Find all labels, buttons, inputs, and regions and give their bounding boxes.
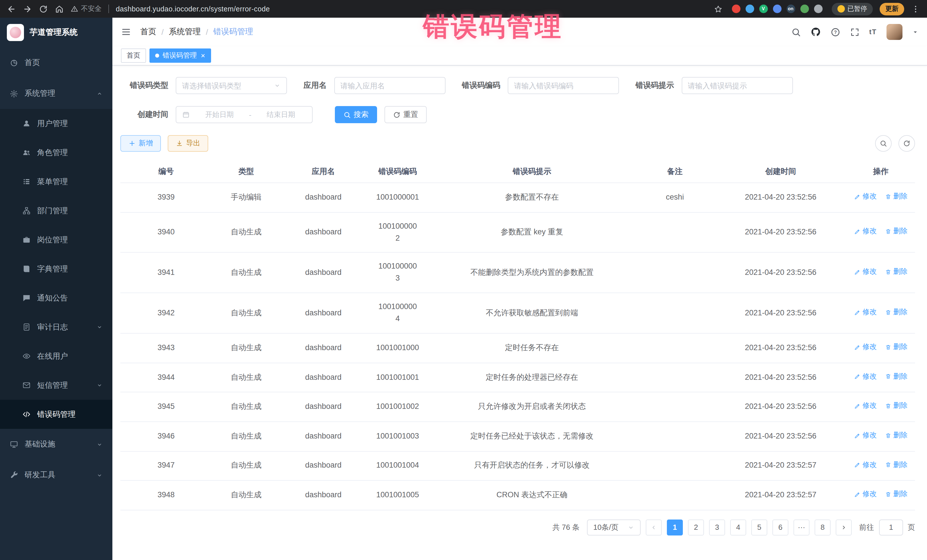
sidebar-item[interactable]: 短信管理 xyxy=(0,371,112,400)
tab-首页[interactable]: 首页 xyxy=(121,49,146,63)
font-size-icon[interactable]: tT xyxy=(869,28,877,36)
sidebar-item[interactable]: 研发工具 xyxy=(0,460,112,490)
delete-link[interactable]: 删除 xyxy=(885,341,907,353)
app-name-input[interactable] xyxy=(340,81,439,90)
sidebar-item[interactable]: 错误码管理 xyxy=(0,400,112,429)
url-text[interactable]: dashboard.yudao.iocoder.cn/system/error-… xyxy=(116,5,707,13)
cell-app: dashboard xyxy=(280,480,366,510)
bookmark-star-icon[interactable] xyxy=(713,4,722,14)
edit-link[interactable]: 修改 xyxy=(854,307,877,318)
location-extension-icon[interactable] xyxy=(745,5,754,13)
edit-link[interactable]: 修改 xyxy=(854,489,877,500)
github-icon[interactable] xyxy=(810,27,821,37)
cell-app: dashboard xyxy=(280,392,366,422)
next-page-button[interactable] xyxy=(836,519,852,536)
page-button[interactable]: 1 xyxy=(667,519,683,536)
date-range-picker[interactable]: 开始日期 - 结束日期 xyxy=(176,106,313,123)
security-indicator[interactable]: 不安全 xyxy=(71,4,102,14)
start-date-placeholder[interactable]: 开始日期 xyxy=(194,110,245,120)
sidebar-item[interactable]: 首页 xyxy=(0,47,112,78)
sidebar-item[interactable]: 菜单管理 xyxy=(0,167,112,196)
user-avatar[interactable] xyxy=(886,24,903,40)
search-button[interactable]: 搜索 xyxy=(335,106,377,123)
tab-close-icon[interactable]: × xyxy=(201,52,205,59)
edit-link[interactable]: 修改 xyxy=(854,191,877,202)
profile-chip[interactable]: 已暂停 xyxy=(831,3,873,15)
home-icon[interactable] xyxy=(55,4,64,14)
sidebar-item[interactable]: 部门管理 xyxy=(0,196,112,225)
more-pages-button[interactable]: ··· xyxy=(793,519,810,536)
sidebar-item[interactable]: 角色管理 xyxy=(0,138,112,167)
breadcrumb-home[interactable]: 首页 xyxy=(140,27,156,37)
reload-icon[interactable] xyxy=(39,4,48,14)
add-button[interactable]: 新增 xyxy=(120,135,161,152)
edit-link[interactable]: 修改 xyxy=(854,341,877,353)
caret-down-icon[interactable] xyxy=(912,29,918,35)
error-type-select-input[interactable] xyxy=(182,81,271,90)
kebab-menu-icon[interactable] xyxy=(911,4,920,14)
delete-link[interactable]: 删除 xyxy=(885,401,907,412)
cell-id: 3946 xyxy=(120,422,212,451)
sidebar-item[interactable]: 在线用户 xyxy=(0,341,112,371)
end-date-placeholder[interactable]: 结束日期 xyxy=(255,110,306,120)
page-button[interactable]: 4 xyxy=(730,519,746,536)
update-button[interactable]: 更新 xyxy=(880,3,904,15)
goto-page-input[interactable] xyxy=(879,519,903,536)
cell-id: 3941 xyxy=(120,253,212,293)
app-title: 芋道管理系统 xyxy=(30,27,78,38)
forward-icon[interactable] xyxy=(23,4,32,14)
edit-link[interactable]: 修改 xyxy=(854,226,877,237)
sidebar-item[interactable]: 审计日志 xyxy=(0,313,112,341)
toggle-search-button[interactable] xyxy=(875,135,892,152)
page-size-select[interactable]: 10条/页 xyxy=(587,519,641,536)
page-button[interactable]: 6 xyxy=(772,519,789,536)
error-type-select[interactable] xyxy=(176,77,287,94)
sidebar-item[interactable]: 基础设施 xyxy=(0,429,112,460)
page-button[interactable]: 5 xyxy=(751,519,767,536)
record-extension-icon[interactable] xyxy=(732,5,740,13)
search-icon[interactable] xyxy=(791,27,801,37)
filter-group-app: 应用名 xyxy=(304,77,445,94)
prev-page-button[interactable] xyxy=(646,519,662,536)
puzzle-extension-icon[interactable] xyxy=(814,5,822,13)
dark-badge-extension-icon[interactable]: on xyxy=(786,5,795,13)
leaf-extension-icon[interactable] xyxy=(800,5,808,13)
delete-link[interactable]: 删除 xyxy=(885,371,907,382)
sidebar-item[interactable]: 字典管理 xyxy=(0,254,112,284)
delete-link[interactable]: 删除 xyxy=(885,191,907,202)
sidebar-item[interactable]: 系统管理 xyxy=(0,78,112,109)
edit-link[interactable]: 修改 xyxy=(854,401,877,412)
top-navbar: 首页 / 系统管理 / 错误码管理 ? tT xyxy=(112,18,927,46)
tab-错误码管理[interactable]: 错误码管理× xyxy=(149,49,211,63)
page-button[interactable]: 8 xyxy=(815,519,831,536)
delete-link[interactable]: 删除 xyxy=(885,430,907,441)
grid-extension-icon[interactable] xyxy=(773,5,781,13)
sidebar-item[interactable]: 岗位管理 xyxy=(0,225,112,254)
logo-row[interactable]: 芋道管理系统 xyxy=(0,18,112,47)
sidebar-item[interactable]: 通知公告 xyxy=(0,284,112,313)
refresh-table-button[interactable] xyxy=(898,135,915,152)
back-icon[interactable] xyxy=(7,4,16,14)
hamburger-icon[interactable] xyxy=(121,27,131,37)
breadcrumb-system[interactable]: 系统管理 xyxy=(169,27,201,37)
edit-link[interactable]: 修改 xyxy=(854,371,877,382)
page-button[interactable]: 2 xyxy=(688,519,704,536)
delete-link[interactable]: 删除 xyxy=(885,489,907,500)
export-button[interactable]: 导出 xyxy=(168,135,208,152)
fullscreen-icon[interactable] xyxy=(850,27,859,37)
v-green-extension-icon[interactable]: V xyxy=(759,5,767,13)
page-button[interactable]: 3 xyxy=(709,519,725,536)
edit-link[interactable]: 修改 xyxy=(854,430,877,441)
cell-actions: 修改删除 xyxy=(846,183,915,212)
error-msg-input[interactable] xyxy=(688,81,786,90)
reset-button[interactable]: 重置 xyxy=(384,106,427,123)
edit-link[interactable]: 修改 xyxy=(854,459,877,470)
delete-link[interactable]: 删除 xyxy=(885,266,907,278)
delete-link[interactable]: 删除 xyxy=(885,307,907,318)
delete-link[interactable]: 删除 xyxy=(885,226,907,237)
delete-link[interactable]: 删除 xyxy=(885,459,907,470)
help-icon[interactable]: ? xyxy=(830,27,840,37)
error-code-input[interactable] xyxy=(514,81,613,90)
edit-link[interactable]: 修改 xyxy=(854,266,877,278)
sidebar-item[interactable]: 用户管理 xyxy=(0,109,112,138)
